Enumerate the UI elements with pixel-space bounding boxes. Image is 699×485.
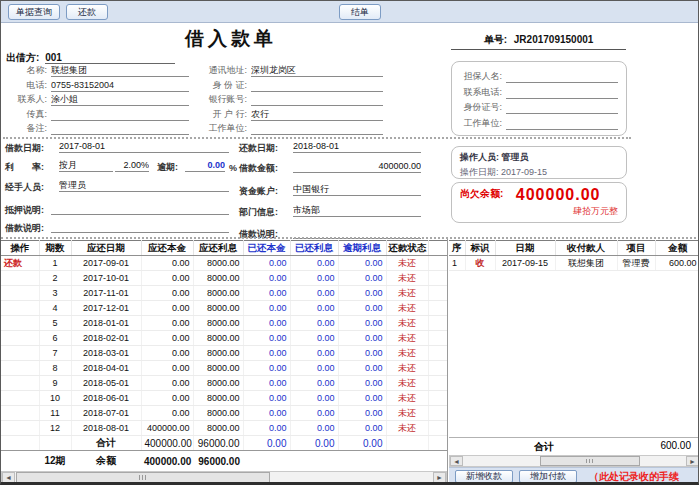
field-input[interactable] — [251, 122, 383, 135]
overdue-rate-field[interactable]: 0.00 — [185, 159, 225, 172]
field-input[interactable]: 农行 — [251, 108, 383, 121]
loan-amount-label: 借款金额: — [239, 162, 278, 175]
cell-period: 10 — [39, 391, 71, 406]
schedule-row: 9 2018-05-01 0.00 8000.00 0.00 0.00 0.00… — [1, 376, 447, 391]
scroll-left-icon[interactable]: ◄ — [2, 472, 15, 483]
field-input[interactable] — [506, 117, 618, 130]
field-input[interactable] — [506, 101, 618, 114]
form-field-row: 联系人: 涂小姐 — [3, 92, 189, 106]
operator-line: 操作人员: 管理员 — [460, 151, 626, 164]
balance-amount-chinese: 肆拾万元整 — [460, 205, 618, 218]
department-label: 部门信息: — [239, 206, 278, 219]
rate-value-field[interactable]: 2.00% — [115, 159, 149, 172]
cell-due-date: 2017-10-01 — [71, 271, 141, 286]
field-input[interactable] — [51, 108, 189, 121]
field-input[interactable] — [251, 93, 383, 106]
form-field-row: 名称: 联想集团 — [3, 63, 189, 77]
payments-hscrollbar[interactable]: ◄ ► — [449, 455, 699, 467]
cell-paid-interest: 0.00 — [290, 406, 338, 421]
cell-paid-interest: 0.00 — [290, 331, 338, 346]
department-field[interactable]: 市场部 — [293, 204, 421, 217]
cell-due-date: 2017-11-01 — [71, 286, 141, 301]
cell-due-interest: 8000.00 — [193, 271, 243, 286]
cell-due-date: 2018-06-01 — [71, 391, 141, 406]
payments-total-label: 合计 — [534, 440, 554, 454]
cell-period: 2 — [39, 271, 71, 286]
cell-due-interest: 8000.00 — [193, 286, 243, 301]
schedule-scroll-thumb[interactable] — [16, 472, 270, 483]
form-field-row: 电话: 0755-83152004 — [3, 78, 189, 92]
add-payment-button[interactable]: 增加付款 — [519, 470, 577, 483]
field-input[interactable] — [506, 70, 618, 83]
cell-due-principal: 0.00 — [141, 391, 193, 406]
borrow-note-field[interactable] — [51, 220, 229, 233]
field-input[interactable] — [51, 122, 189, 135]
cell-paid-principal: 0.00 — [243, 286, 290, 301]
loan-amount-field[interactable]: 400000.00 — [293, 160, 421, 173]
repay-button[interactable]: 还款 — [66, 4, 108, 20]
col-header-overdue-interest: 逾期利息 — [338, 241, 386, 256]
cell-overdue-interest: 0.00 — [338, 271, 386, 286]
payments-scroll-thumb[interactable] — [540, 456, 640, 466]
cell-status: 未还 — [386, 406, 428, 421]
repay-row-link[interactable]: 还款 — [4, 258, 22, 268]
pledge-field[interactable] — [51, 202, 229, 215]
cell-status: 未还 — [386, 331, 428, 346]
field-input[interactable]: 深圳龙岗区 — [251, 64, 383, 77]
cell-due-principal: 0.00 — [141, 346, 193, 361]
cell-paid-principal: 0.00 — [243, 271, 290, 286]
cell-due-principal: 0.00 — [141, 331, 193, 346]
schedule-summary-table: 12期 余额 400000.00 96000.00 — [1, 453, 447, 469]
form-field-row: 工作单位: — [199, 121, 383, 135]
cell-status: 未还 — [386, 286, 428, 301]
operator-value: 管理员 — [502, 152, 529, 162]
cell-due-date: 2018-03-01 — [71, 346, 141, 361]
scroll-left-icon[interactable]: ◄ — [450, 456, 463, 466]
cell-due-date: 2018-07-01 — [71, 406, 141, 421]
cell-period: 6 — [39, 331, 71, 346]
schedule-hscrollbar[interactable]: ◄ ► — [1, 471, 447, 484]
field-input[interactable]: 联想集团 — [51, 64, 189, 77]
schedule-row: 3 2017-11-01 0.00 8000.00 0.00 0.00 0.00… — [1, 286, 447, 301]
payment-row: 1 收 2017-09-15 联想集团 管理费 600.00 — [449, 256, 699, 271]
total-due-principal: 400000.00 — [141, 436, 193, 451]
cell-paid-interest: 0.00 — [290, 301, 338, 316]
scroll-grip-icon — [586, 459, 595, 463]
cell-period: 7 — [39, 346, 71, 361]
repay-date-field[interactable]: 2018-08-01 — [293, 140, 421, 153]
fund-account-field[interactable]: 中国银行 — [293, 183, 421, 196]
field-label: 传真: — [3, 108, 47, 121]
close-bill-button[interactable]: 结单 — [339, 4, 381, 20]
scroll-right-icon[interactable]: ► — [686, 456, 699, 466]
field-input[interactable] — [251, 79, 383, 92]
rate-mode-field[interactable]: 按月 — [59, 159, 113, 172]
field-label: 开 户 行: — [199, 108, 247, 121]
cell-due-principal: 0.00 — [141, 271, 193, 286]
schedule-row: 还款 1 2017-09-01 0.00 8000.00 0.00 0.00 0… — [1, 256, 447, 271]
cell-seq: 1 — [449, 256, 465, 271]
query-button[interactable]: 单据查询 — [8, 4, 60, 20]
scroll-right-icon[interactable]: ► — [433, 472, 446, 483]
cell-clipped — [428, 331, 447, 346]
cell-clipped — [428, 301, 447, 316]
form-field-row: 开 户 行: 农行 — [199, 107, 383, 121]
cell-paid-principal: 0.00 — [243, 346, 290, 361]
col-header-due-interest: 应还利息 — [193, 241, 243, 256]
cell-clipped — [428, 346, 447, 361]
divider-dotted-top — [3, 137, 631, 139]
total-label: 合计 — [71, 436, 141, 451]
cell-due-principal: 0.00 — [141, 316, 193, 331]
field-input[interactable]: 0755-83152004 — [51, 79, 189, 92]
field-input[interactable]: 涂小姐 — [51, 93, 189, 106]
borrow-date-field[interactable]: 2017-08-01 — [59, 140, 229, 153]
total-overdue-interest: 0.00 — [338, 436, 386, 451]
cell-date: 2017-09-15 — [495, 256, 555, 271]
field-input[interactable] — [506, 86, 618, 99]
cell-period: 8 — [39, 361, 71, 376]
col-header-paid-interest: 已还利息 — [290, 241, 338, 256]
cell-due-principal: 0.00 — [141, 406, 193, 421]
operator-box: 操作人员: 管理员 操作日期: 2017-09-15 — [451, 146, 627, 179]
handler-field[interactable]: 管理员 — [59, 179, 229, 192]
add-receipt-button[interactable]: 新增收款 — [455, 470, 513, 483]
cell-paid-interest: 0.00 — [290, 376, 338, 391]
